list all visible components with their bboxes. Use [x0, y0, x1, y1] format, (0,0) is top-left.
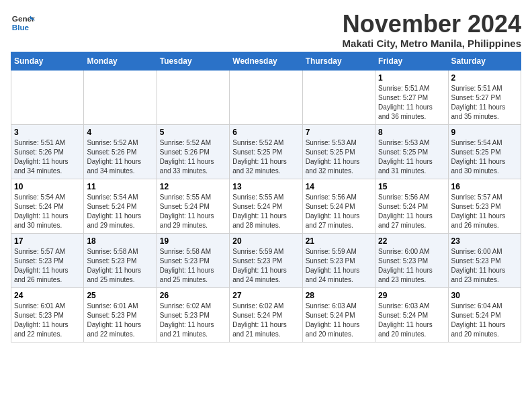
calendar-cell: 28Sunrise: 6:03 AM Sunset: 5:24 PM Dayli… [302, 287, 375, 342]
day-info: Sunrise: 5:59 AM Sunset: 5:23 PM Dayligh… [232, 247, 299, 285]
calendar-cell: 2Sunrise: 5:51 AM Sunset: 5:27 PM Daylig… [448, 70, 521, 124]
weekday-header: Thursday [302, 52, 375, 70]
day-info: Sunrise: 5:52 AM Sunset: 5:26 PM Dayligh… [160, 138, 226, 176]
calendar-cell: 7Sunrise: 5:53 AM Sunset: 5:25 PM Daylig… [302, 124, 375, 179]
day-info: Sunrise: 5:58 AM Sunset: 5:23 PM Dayligh… [87, 247, 153, 285]
weekday-header: Sunday [11, 52, 84, 70]
day-info: Sunrise: 5:52 AM Sunset: 5:25 PM Dayligh… [232, 138, 299, 176]
title-block: November 2024 Makati City, Metro Manila,… [343, 11, 521, 49]
day-number: 21 [306, 236, 372, 246]
month-title: November 2024 [343, 11, 521, 38]
calendar-cell: 15Sunrise: 5:56 AM Sunset: 5:24 PM Dayli… [375, 179, 448, 233]
day-number: 27 [232, 291, 299, 300]
calendar-cell: 13Sunrise: 5:55 AM Sunset: 5:24 PM Dayli… [230, 179, 302, 233]
calendar-cell: 18Sunrise: 5:58 AM Sunset: 5:23 PM Dayli… [84, 233, 157, 287]
calendar-week-row: 24Sunrise: 6:01 AM Sunset: 5:23 PM Dayli… [11, 287, 521, 342]
calendar-cell: 27Sunrise: 6:02 AM Sunset: 5:24 PM Dayli… [230, 287, 302, 342]
calendar-cell [11, 70, 84, 124]
calendar-cell: 24Sunrise: 6:01 AM Sunset: 5:23 PM Dayli… [11, 287, 84, 342]
day-number: 25 [87, 291, 153, 300]
calendar-cell: 19Sunrise: 5:58 AM Sunset: 5:23 PM Dayli… [157, 233, 229, 287]
calendar-week-row: 1Sunrise: 5:51 AM Sunset: 5:27 PM Daylig… [11, 70, 521, 124]
calendar-week-row: 3Sunrise: 5:51 AM Sunset: 5:26 PM Daylig… [11, 124, 521, 179]
day-number: 6 [232, 128, 299, 137]
day-info: Sunrise: 6:00 AM Sunset: 5:23 PM Dayligh… [378, 247, 445, 285]
day-number: 11 [87, 182, 153, 191]
weekday-header: Saturday [448, 52, 521, 70]
calendar-cell: 29Sunrise: 6:03 AM Sunset: 5:24 PM Dayli… [375, 287, 448, 342]
logo-icon: General Blue [11, 11, 35, 35]
calendar-cell: 10Sunrise: 5:54 AM Sunset: 5:24 PM Dayli… [11, 179, 84, 233]
calendar-cell [157, 70, 229, 124]
day-info: Sunrise: 6:02 AM Sunset: 5:23 PM Dayligh… [160, 302, 226, 339]
day-info: Sunrise: 5:51 AM Sunset: 5:27 PM Dayligh… [451, 84, 518, 122]
day-number: 9 [451, 128, 518, 137]
day-number: 4 [87, 128, 153, 137]
day-number: 10 [14, 182, 81, 191]
day-number: 16 [451, 182, 518, 191]
day-number: 17 [14, 236, 81, 246]
day-number: 1 [378, 73, 445, 83]
calendar-cell: 3Sunrise: 5:51 AM Sunset: 5:26 PM Daylig… [11, 124, 84, 179]
calendar-cell: 1Sunrise: 5:51 AM Sunset: 5:27 PM Daylig… [375, 70, 448, 124]
calendar-week-row: 10Sunrise: 5:54 AM Sunset: 5:24 PM Dayli… [11, 179, 521, 233]
day-number: 20 [232, 236, 299, 246]
day-number: 19 [160, 236, 226, 246]
calendar-table: SundayMondayTuesdayWednesdayThursdayFrid… [11, 52, 521, 342]
day-number: 12 [160, 182, 226, 191]
weekday-header-row: SundayMondayTuesdayWednesdayThursdayFrid… [11, 52, 521, 70]
day-number: 28 [306, 291, 372, 300]
day-info: Sunrise: 6:03 AM Sunset: 5:24 PM Dayligh… [378, 302, 445, 339]
day-info: Sunrise: 5:55 AM Sunset: 5:24 PM Dayligh… [232, 193, 299, 230]
day-info: Sunrise: 5:53 AM Sunset: 5:25 PM Dayligh… [306, 138, 372, 176]
calendar-cell: 23Sunrise: 6:00 AM Sunset: 5:23 PM Dayli… [448, 233, 521, 287]
weekday-header: Monday [84, 52, 157, 70]
calendar-cell: 30Sunrise: 6:04 AM Sunset: 5:24 PM Dayli… [448, 287, 521, 342]
day-number: 13 [232, 182, 299, 191]
day-number: 22 [378, 236, 445, 246]
calendar-cell: 4Sunrise: 5:52 AM Sunset: 5:26 PM Daylig… [84, 124, 157, 179]
location-subtitle: Makati City, Metro Manila, Philippines [343, 38, 521, 49]
calendar-cell: 26Sunrise: 6:02 AM Sunset: 5:23 PM Dayli… [157, 287, 229, 342]
day-number: 2 [451, 73, 518, 83]
calendar-cell: 20Sunrise: 5:59 AM Sunset: 5:23 PM Dayli… [230, 233, 302, 287]
day-info: Sunrise: 6:01 AM Sunset: 5:23 PM Dayligh… [14, 302, 81, 339]
page-header: General Blue November 2024 Makati City, … [11, 11, 521, 49]
day-number: 18 [87, 236, 153, 246]
calendar-cell: 21Sunrise: 5:59 AM Sunset: 5:23 PM Dayli… [302, 233, 375, 287]
day-number: 26 [160, 291, 226, 300]
day-info: Sunrise: 6:00 AM Sunset: 5:23 PM Dayligh… [451, 247, 518, 285]
day-number: 29 [378, 291, 445, 300]
calendar-cell: 16Sunrise: 5:57 AM Sunset: 5:23 PM Dayli… [448, 179, 521, 233]
day-number: 15 [378, 182, 445, 191]
day-number: 5 [160, 128, 226, 137]
day-info: Sunrise: 5:58 AM Sunset: 5:23 PM Dayligh… [160, 247, 226, 285]
day-info: Sunrise: 5:54 AM Sunset: 5:24 PM Dayligh… [14, 193, 81, 230]
day-info: Sunrise: 6:01 AM Sunset: 5:23 PM Dayligh… [87, 302, 153, 339]
calendar-cell [84, 70, 157, 124]
calendar-cell: 11Sunrise: 5:54 AM Sunset: 5:24 PM Dayli… [84, 179, 157, 233]
day-info: Sunrise: 5:51 AM Sunset: 5:26 PM Dayligh… [14, 138, 81, 176]
day-info: Sunrise: 5:56 AM Sunset: 5:24 PM Dayligh… [378, 193, 445, 230]
day-number: 8 [378, 128, 445, 137]
day-info: Sunrise: 5:54 AM Sunset: 5:24 PM Dayligh… [87, 193, 153, 230]
calendar-week-row: 17Sunrise: 5:57 AM Sunset: 5:23 PM Dayli… [11, 233, 521, 287]
day-number: 7 [306, 128, 372, 137]
day-number: 14 [306, 182, 372, 191]
calendar-cell: 5Sunrise: 5:52 AM Sunset: 5:26 PM Daylig… [157, 124, 229, 179]
day-info: Sunrise: 5:51 AM Sunset: 5:27 PM Dayligh… [378, 84, 445, 122]
day-info: Sunrise: 5:57 AM Sunset: 5:23 PM Dayligh… [14, 247, 81, 285]
day-number: 24 [14, 291, 81, 300]
calendar-cell: 14Sunrise: 5:56 AM Sunset: 5:24 PM Dayli… [302, 179, 375, 233]
calendar-cell [230, 70, 302, 124]
day-info: Sunrise: 6:02 AM Sunset: 5:24 PM Dayligh… [232, 302, 299, 339]
day-info: Sunrise: 6:03 AM Sunset: 5:24 PM Dayligh… [306, 302, 372, 339]
day-info: Sunrise: 5:52 AM Sunset: 5:26 PM Dayligh… [87, 138, 153, 176]
calendar-cell: 17Sunrise: 5:57 AM Sunset: 5:23 PM Dayli… [11, 233, 84, 287]
calendar-cell: 8Sunrise: 5:53 AM Sunset: 5:25 PM Daylig… [375, 124, 448, 179]
weekday-header: Wednesday [230, 52, 302, 70]
logo: General Blue [11, 11, 35, 35]
calendar-cell: 25Sunrise: 6:01 AM Sunset: 5:23 PM Dayli… [84, 287, 157, 342]
day-info: Sunrise: 5:55 AM Sunset: 5:24 PM Dayligh… [160, 193, 226, 230]
day-number: 23 [451, 236, 518, 246]
